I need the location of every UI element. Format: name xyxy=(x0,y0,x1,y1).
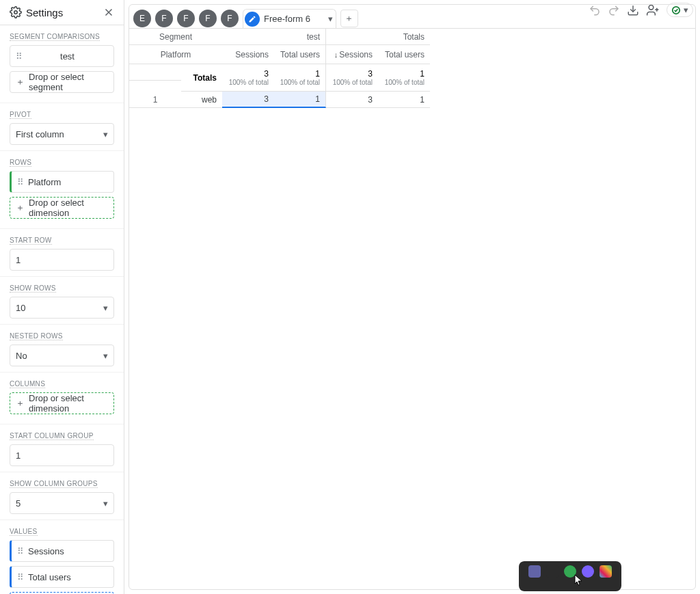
sidebar-header: Settings xyxy=(0,0,124,25)
plus-icon: ＋ xyxy=(16,76,25,88)
th-platform[interactable]: Platform xyxy=(129,45,222,64)
report-table: Segment test Totals Platform Sessions To… xyxy=(129,28,695,108)
chevron-down-icon: ▾ xyxy=(103,129,108,139)
th-sessions-2[interactable]: ↓Sessions xyxy=(326,45,378,64)
teams-icon[interactable] xyxy=(528,565,541,578)
section-start-col-group: START COLUMN GROUP 1 xyxy=(0,424,124,472)
section-columns: COLUMNS ＋ Drop or select dimension xyxy=(0,373,124,424)
th-totalusers-2[interactable]: Total users xyxy=(378,45,430,64)
drag-icon: ⠿ xyxy=(16,51,23,62)
app-icon[interactable] xyxy=(546,565,558,578)
main-area: ▾ E F F F F Free-form 6 ▾ ＋ xyxy=(124,0,700,594)
segment-chip-test[interactable]: ⠿ test xyxy=(10,45,114,67)
os-taskbar-popup[interactable] xyxy=(519,561,621,591)
plus-icon: ＋ xyxy=(16,202,25,214)
nested-rows-select[interactable]: No ▾ xyxy=(10,345,114,366)
section-start-row: START ROW 1 xyxy=(0,229,124,277)
tab-f3[interactable]: F xyxy=(199,10,217,27)
section-show-col-groups: SHOW COLUMN GROUPS 5 ▾ xyxy=(0,472,124,520)
section-label: SEGMENT COMPARISONS xyxy=(10,33,100,41)
th-group-totals: Totals xyxy=(326,29,430,45)
svg-point-0 xyxy=(14,11,18,14)
sort-desc-icon: ↓ xyxy=(334,51,338,59)
plus-icon: ＋ xyxy=(16,397,25,409)
tab-active[interactable]: Free-form 6 ▾ xyxy=(243,9,336,28)
tab-e[interactable]: E xyxy=(133,10,151,27)
section-values: VALUES ⠿ Sessions ⠿ Total users ＋ Drop o… xyxy=(0,520,124,594)
row1-index: 1 xyxy=(129,92,181,108)
drag-icon: ⠿ xyxy=(17,177,24,187)
section-rows: ROWS ⠿ Platform ＋ Drop or select dimensi… xyxy=(0,151,124,229)
th-segment: Segment xyxy=(129,29,222,45)
section-show-rows: SHOW ROWS 10 ▾ xyxy=(0,277,124,325)
section-segment-comparisons: SEGMENT COMPARISONS ⠿ test ＋ Drop or sel… xyxy=(0,25,124,103)
app-icon-2[interactable] xyxy=(564,565,576,578)
chevron-down-icon: ▾ xyxy=(103,303,108,313)
drop-segment[interactable]: ＋ Drop or select segment xyxy=(10,71,114,93)
tab-f4[interactable]: F xyxy=(221,10,239,27)
row1-v2[interactable]: 1 xyxy=(274,92,326,108)
values-chip-total-users[interactable]: ⠿ Total users xyxy=(10,566,114,588)
totals-v4: 1100% of total xyxy=(378,64,430,92)
close-icon[interactable] xyxy=(100,4,117,21)
sidebar-title-text: Settings xyxy=(26,7,63,18)
settings-sidebar: Settings SEGMENT COMPARISONS ⠿ test ＋ Dr… xyxy=(0,0,124,594)
row1-v3[interactable]: 3 xyxy=(326,92,378,108)
show-rows-select[interactable]: 10 ▾ xyxy=(10,297,114,319)
th-sessions-1[interactable]: Sessions xyxy=(222,45,274,64)
tab-f1[interactable]: F xyxy=(155,10,173,27)
totals-v2: 1100% of total xyxy=(274,64,326,92)
th-group-test: test xyxy=(222,29,326,45)
rows-chip-platform[interactable]: ⠿ Platform xyxy=(10,171,114,193)
totals-v1: 3100% of total xyxy=(222,64,274,92)
totals-v3: 3100% of total xyxy=(326,64,378,92)
pencil-icon xyxy=(245,12,260,27)
drag-icon: ⠿ xyxy=(17,546,24,556)
section-pivot: PIVOT First column ▾ xyxy=(0,103,124,151)
start-row-input[interactable]: 1 xyxy=(10,249,114,271)
row1-dim[interactable]: web xyxy=(181,92,222,108)
drop-column-dimension[interactable]: ＋ Drop or select dimension xyxy=(10,392,114,414)
gear-icon xyxy=(10,6,22,18)
drop-row-dimension[interactable]: ＋ Drop or select dimension xyxy=(10,197,114,219)
show-col-groups-select[interactable]: 5 ▾ xyxy=(10,492,114,514)
totals-blank xyxy=(129,64,181,81)
app-icon-3[interactable] xyxy=(582,565,594,578)
row1-v4[interactable]: 1 xyxy=(378,92,430,108)
tab-row: E F F F F Free-form 6 ▾ ＋ xyxy=(129,5,695,28)
pivot-select[interactable]: First column ▾ xyxy=(10,123,114,145)
totals-label: Totals xyxy=(181,64,222,92)
th-totalusers-1[interactable]: Total users xyxy=(274,45,326,64)
chevron-down-icon[interactable]: ▾ xyxy=(328,14,333,24)
slack-icon[interactable] xyxy=(600,565,612,578)
drag-icon: ⠿ xyxy=(17,572,24,582)
values-chip-sessions[interactable]: ⠿ Sessions xyxy=(10,540,114,562)
chevron-down-icon: ▾ xyxy=(103,498,108,509)
add-tab-button[interactable]: ＋ xyxy=(340,10,358,27)
chevron-down-icon: ▾ xyxy=(103,351,108,361)
tab-f2[interactable]: F xyxy=(177,10,195,27)
section-nested-rows: NESTED ROWS No ▾ xyxy=(0,325,124,373)
row1-v1[interactable]: 3 xyxy=(222,92,274,108)
start-col-group-input[interactable]: 1 xyxy=(10,444,114,466)
